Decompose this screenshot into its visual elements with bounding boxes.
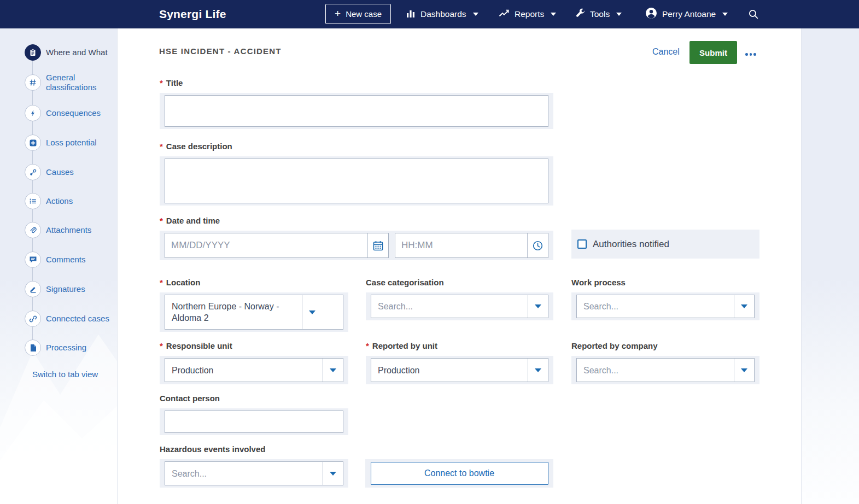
comment-icon [25, 251, 41, 268]
reported-by-company-select[interactable]: Search... [576, 358, 755, 382]
field-responsible-unit: * Responsible unit Production [160, 341, 348, 384]
field-label: Case categorisation [366, 278, 444, 288]
sidebar-item-label: Where and What [46, 48, 108, 57]
sidebar-item-processing[interactable]: Processing [25, 339, 116, 356]
clipboard-icon [25, 44, 41, 61]
field-reported-by-unit: * Reported by unit Production [366, 341, 553, 384]
top-navbar: Synergi Life + New case Dashboards Repor… [0, 0, 859, 28]
wrench-icon [575, 8, 585, 20]
bar-chart-icon [406, 9, 416, 20]
sidebar-item-connected-cases[interactable]: Connected cases [25, 310, 116, 327]
sidebar-item-consequences[interactable]: Consequences [25, 105, 116, 121]
work-process-select[interactable]: Search... [576, 295, 755, 318]
new-case-button[interactable]: + New case [325, 4, 391, 24]
hash-icon [25, 74, 41, 91]
field-connect-bowtie: Connect to bowtie [365, 459, 553, 488]
field-label: Location [166, 278, 201, 288]
signature-icon [25, 281, 41, 297]
nav-label: Perry Antoane [662, 9, 716, 19]
select-placeholder: Search... [371, 295, 528, 318]
field-label: Title [166, 78, 183, 88]
field-contact-person: Contact person [160, 394, 348, 435]
nav-label: Tools [590, 9, 610, 19]
time-input[interactable] [395, 233, 527, 257]
field-reported-by-company: Reported by company Search... [571, 341, 759, 384]
sidebar-item-label: Consequences [46, 108, 101, 118]
sidebar-item-attachments[interactable]: Attachments [25, 222, 116, 238]
dropdown-caret-icon [528, 359, 548, 382]
field-label: Reported by unit [372, 341, 437, 351]
nav-label: Reports [515, 9, 544, 19]
required-asterisk: * [366, 341, 369, 351]
field-label: Reported by company [571, 341, 658, 351]
case-categorisation-select[interactable]: Search... [371, 295, 548, 318]
title-input[interactable] [165, 95, 548, 127]
paperclip-icon [25, 222, 41, 238]
nav-user-menu[interactable]: Perry Antoane [645, 0, 728, 28]
sidebar-item-label: Actions [46, 196, 73, 206]
nav-reports[interactable]: Reports [499, 0, 556, 28]
first-aid-icon [25, 134, 41, 151]
switch-to-tab-view-link[interactable]: Switch to tab view [32, 370, 98, 379]
wizard-sidebar: Where and What General classifications C… [0, 28, 118, 504]
cause-analysis-icon [25, 164, 41, 180]
sidebar-item-where-and-what[interactable]: Where and What [25, 44, 116, 61]
sidebar-item-comments[interactable]: Comments [25, 251, 116, 268]
sidebar-item-general-classifications[interactable]: General classifications [25, 74, 116, 91]
field-label: Contact person [160, 394, 220, 403]
date-input[interactable] [165, 233, 367, 257]
nav-label: Dashboards [420, 9, 466, 19]
responsible-unit-select[interactable]: Production [165, 358, 343, 382]
field-label: Date and time [166, 216, 220, 226]
required-asterisk: * [160, 78, 163, 88]
chevron-down-icon [551, 13, 556, 16]
app-logo: Synergi Life [159, 8, 226, 21]
document-icon [25, 339, 41, 356]
contact-person-input[interactable] [165, 411, 343, 433]
dropdown-caret-icon [528, 295, 548, 318]
location-select[interactable]: Northern Europe - Norway - Aldoma 2 [165, 295, 343, 330]
field-label: Case description [166, 142, 232, 151]
clock-icon[interactable] [527, 233, 548, 257]
dropdown-caret-icon [302, 295, 322, 329]
ellipsis-icon[interactable] [743, 51, 758, 58]
nav-tools[interactable]: Tools [575, 0, 622, 28]
case-description-input[interactable] [165, 159, 548, 203]
dropdown-caret-icon [734, 359, 754, 382]
select-placeholder: Search... [577, 359, 734, 382]
reported-by-unit-select[interactable]: Production [371, 358, 548, 382]
dropdown-caret-icon [323, 359, 343, 382]
sidebar-item-causes[interactable]: Causes [25, 164, 116, 180]
sidebar-item-signatures[interactable]: Signatures [25, 281, 116, 297]
sidebar-item-loss-potential[interactable]: Loss potential [25, 134, 116, 151]
sidebar-item-actions[interactable]: Actions [25, 193, 116, 209]
field-work-process: Work process Search... [571, 278, 759, 320]
sidebar-item-label: Causes [46, 167, 74, 177]
field-label: Hazardous events involved [160, 444, 265, 454]
new-case-label: New case [346, 9, 382, 19]
field-title: * Title [160, 78, 553, 129]
date-input-group [165, 233, 389, 258]
field-label: Work process [571, 278, 626, 288]
plus-icon: + [335, 8, 341, 19]
required-asterisk: * [160, 278, 163, 288]
authorities-notified-row[interactable]: Authorities notified [571, 230, 759, 259]
cancel-button[interactable]: Cancel [652, 47, 680, 57]
calendar-icon[interactable] [367, 233, 388, 257]
field-case-description: * Case description [160, 142, 553, 206]
hazardous-events-select[interactable]: Search... [165, 461, 343, 485]
sidebar-item-label: Loss potential [46, 138, 97, 148]
dropdown-caret-icon [734, 295, 754, 318]
search-icon[interactable] [748, 9, 759, 21]
select-value: Northern Europe - Norway - Aldoma 2 [165, 295, 302, 329]
connect-to-bowtie-button[interactable]: Connect to bowtie [371, 462, 548, 485]
field-case-categorisation: Case categorisation Search... [366, 278, 553, 320]
submit-button[interactable]: Submit [689, 41, 737, 64]
user-icon [645, 7, 657, 21]
time-input-group [395, 233, 548, 258]
trend-icon [499, 9, 510, 20]
checkbox-icon[interactable] [577, 239, 587, 249]
nav-dashboards[interactable]: Dashboards [406, 0, 478, 28]
checkbox-label: Authorities notified [593, 239, 669, 250]
select-value: Production [371, 359, 528, 382]
